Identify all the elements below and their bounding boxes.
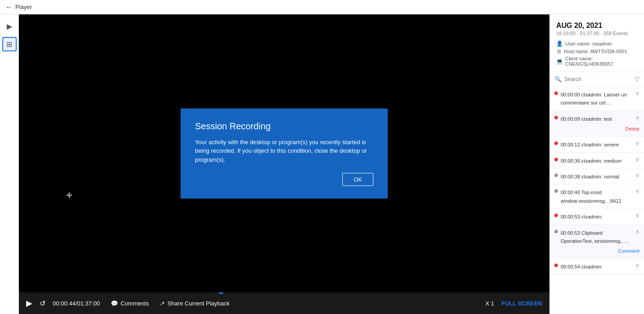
client-label: Client name: CNENGSLHDK89057 (565, 56, 638, 67)
fullscreen-button[interactable]: FULL SCREEN (501, 300, 542, 307)
video-controls: ▶ ↺ 00:00:44/01:37:00 💬 Comments ↗ Share… (19, 292, 549, 314)
event-content-e3: 00:00:12 ctxadmin: severe (561, 140, 635, 148)
filter-icon[interactable]: ▽ (635, 76, 639, 82)
play-control-icon: ▶ (26, 298, 32, 308)
event-content-e5: 00:00:38 ctxadmin: normal (561, 172, 635, 180)
client-icon: 💻 (556, 58, 563, 64)
panel-time-events: 19:33:00 - 01:37:00 · 359 Events (556, 31, 638, 36)
search-icon: 🔍 (554, 76, 562, 82)
event-chevron-e8[interactable]: ∧ (635, 228, 639, 235)
event-chevron-e3[interactable]: ∨ (635, 140, 639, 146)
event-text-e8: 00:00:53 Clipboard OperationText, sessio… (561, 230, 629, 244)
event-chevron-e4[interactable]: ∨ (635, 156, 639, 163)
panel-date: AUG 20, 2021 (556, 22, 638, 30)
panel-client: 💻 Client name: CNENGSLHDK89057 (556, 56, 638, 67)
event-item-e9[interactable]: 00:00:54 ctxadmin: ∨ (550, 259, 644, 274)
events-list: 00:00:00 ctxadmin: Laisser un commentair… (550, 86, 644, 314)
event-item-e6[interactable]: 00:00:40 Top-most window:sessionmsg.. .8… (550, 184, 644, 209)
event-dot-e1 (554, 91, 558, 95)
panel-host: 🖥 Host name: AWTSVDA-0001 (556, 48, 638, 55)
play-sidebar-button[interactable]: ▶ (2, 19, 17, 33)
event-dot-e3 (554, 141, 558, 145)
event-content-e4: 00:00:36 ctxadmin: medium (561, 156, 635, 164)
event-dot-e5 (554, 173, 558, 177)
session-recording-dialog: Session Recording Your activity with the… (181, 108, 388, 199)
play-button[interactable]: ▶ (26, 298, 32, 308)
event-dot-e6 (554, 189, 558, 193)
event-item-e7[interactable]: 00:00:53 ctxadmin: ∨ (550, 209, 644, 224)
host-icon: 🖥 (556, 48, 562, 55)
event-header-e6: 00:00:40 Top-most window:sessionmsg.. .8… (554, 188, 639, 205)
event-text-e9: 00:00:54 ctxadmin: (561, 264, 603, 269)
event-header-e9: 00:00:54 ctxadmin: ∨ (554, 262, 639, 270)
event-header-e3: 00:00:12 ctxadmin: severe ∨ (554, 140, 639, 148)
back-button[interactable]: ← Player (5, 3, 32, 11)
rewind-button[interactable]: ↺ (40, 299, 45, 308)
event-content-e1: 00:00:00 ctxadmin: Laisser un commentair… (561, 90, 635, 107)
cursor: ✛ (66, 191, 71, 196)
dialog-title: Session Recording (195, 121, 373, 131)
event-content-e6: 00:00:40 Top-most window:sessionmsg.. .8… (561, 188, 635, 205)
event-text-e1: 00:00:00 ctxadmin: Laisser un commentair… (561, 92, 627, 105)
event-header-e8: 00:00:53 Clipboard OperationText, sessio… (554, 228, 639, 245)
rewind-icon: ↺ (40, 299, 45, 308)
current-time: 00:00:44/01:37:00 (53, 300, 100, 307)
user-label: User name: ctxadmin (565, 41, 612, 46)
top-bar: ← Player (0, 0, 644, 14)
event-dot-e9 (554, 264, 558, 267)
screenshot-icon: ⊞ (6, 40, 12, 49)
comments-label: Comments (121, 300, 149, 307)
play-icon: ▶ (7, 22, 12, 31)
event-dot-e4 (554, 158, 558, 161)
event-text-e7: 00:00:53 ctxadmin: (561, 214, 603, 219)
event-action-e2: Delete (554, 124, 639, 132)
event-dot-e2 (554, 116, 558, 119)
video-canvas: ✛ Session Recording Your activity with t… (19, 14, 549, 292)
back-arrow-icon: ← (5, 3, 13, 11)
player-label: Player (15, 4, 32, 10)
event-header-e2: 00:00:09 ctxadmin: test ∧ (554, 114, 639, 123)
video-area: ✛ Session Recording Your activity with t… (19, 14, 549, 314)
event-header-e1: 00:00:00 ctxadmin: Laisser un commentair… (554, 90, 639, 107)
event-header-e4: 00:00:36 ctxadmin: medium ∨ (554, 156, 639, 164)
event-item-e5[interactable]: 00:00:38 ctxadmin: normal ∨ (550, 168, 644, 184)
host-label: Host name: AWTSVDA-0001 (564, 49, 627, 54)
event-item-e4[interactable]: 00:00:36 ctxadmin: medium ∨ (550, 153, 644, 168)
main-content: ▶ ⊞ ✛ Session Recording Your activity wi… (0, 14, 644, 314)
event-action-e8: Comment (554, 246, 639, 255)
share-button[interactable]: ↗ Share Current Playback (160, 300, 230, 307)
event-action-btn-e2[interactable]: Delete (625, 126, 639, 132)
event-chevron-e6[interactable]: ∨ (635, 188, 639, 194)
comments-icon: 💬 (111, 300, 118, 307)
event-item-e3[interactable]: 00:00:12 ctxadmin: severe ∨ (550, 137, 644, 152)
event-item-e8[interactable]: 00:00:53 Clipboard OperationText, sessio… (550, 225, 644, 259)
event-chevron-e7[interactable]: ∨ (635, 212, 639, 218)
left-sidebar: ▶ ⊞ (0, 14, 19, 314)
event-action-btn-e8[interactable]: Comment (618, 248, 639, 254)
zoom-level: X 1 (485, 300, 494, 307)
user-icon: 👤 (556, 41, 563, 47)
right-panel: AUG 20, 2021 19:33:00 - 01:37:00 · 359 E… (549, 14, 644, 314)
event-content-e8: 00:00:53 Clipboard OperationText, sessio… (561, 228, 635, 245)
event-text-e3: 00:00:12 ctxadmin: severe (561, 142, 619, 147)
event-item-e1[interactable]: 00:00:00 ctxadmin: Laisser un commentair… (550, 86, 644, 111)
panel-user: 👤 User name: ctxadmin (556, 41, 638, 47)
event-item-e2[interactable]: 00:00:09 ctxadmin: test ∧ Delete (550, 111, 644, 137)
panel-header: AUG 20, 2021 19:33:00 - 01:37:00 · 359 E… (550, 14, 644, 72)
event-content-e7: 00:00:53 ctxadmin: (561, 212, 635, 220)
event-chevron-e9[interactable]: ∨ (635, 262, 639, 268)
dialog-ok-button[interactable]: OK (342, 173, 373, 186)
event-chevron-e5[interactable]: ∨ (635, 172, 639, 178)
search-input[interactable] (564, 76, 632, 82)
event-dot-e8 (554, 230, 558, 233)
event-chevron-e2[interactable]: ∧ (635, 114, 639, 121)
dialog-footer: OK (195, 173, 373, 186)
screenshot-sidebar-button[interactable]: ⊞ (2, 37, 17, 51)
event-content-e2: 00:00:09 ctxadmin: test (561, 114, 635, 123)
search-container: 🔍 ▽ (550, 72, 644, 86)
event-text-e4: 00:00:36 ctxadmin: medium (561, 158, 621, 164)
event-content-e9: 00:00:54 ctxadmin: (561, 262, 635, 270)
event-chevron-e1[interactable]: ∨ (635, 90, 639, 96)
dialog-body: Your activity with the desktop or progra… (195, 137, 373, 164)
comments-button[interactable]: 💬 Comments (111, 300, 149, 307)
